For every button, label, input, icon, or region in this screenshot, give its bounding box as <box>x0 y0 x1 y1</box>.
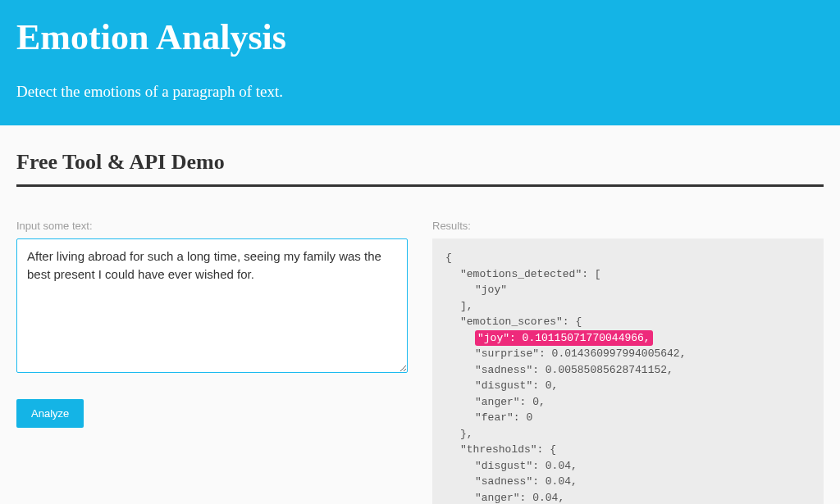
results-label: Results: <box>432 220 824 232</box>
section-title: Free Tool & API Demo <box>16 150 824 187</box>
hero-banner: Emotion Analysis Detect the emotions of … <box>0 0 840 125</box>
json-line: "fear": 0 <box>445 410 810 426</box>
json-line: "emotions_detected": [ <box>445 266 810 283</box>
json-line: "anger": 0, <box>445 394 810 411</box>
content-area: Free Tool & API Demo Input some text: An… <box>0 125 840 504</box>
analyze-button[interactable]: Analyze <box>16 399 84 428</box>
input-column: Input some text: Analyze <box>16 220 408 504</box>
json-line: ], <box>445 298 810 315</box>
json-line: "anger": 0.04, <box>445 490 810 505</box>
page-title: Emotion Analysis <box>16 16 824 58</box>
text-input[interactable] <box>16 238 408 373</box>
highlighted-score: "joy": 0.10115071770044966, <box>475 330 653 347</box>
json-line: "disgust": 0, <box>445 378 810 394</box>
json-line: }, <box>445 426 810 443</box>
columns: Input some text: Analyze Results: { "emo… <box>16 220 824 504</box>
json-line: "thresholds": { <box>445 442 810 458</box>
results-output: { "emotions_detected": [ "joy" ], "emoti… <box>432 238 824 504</box>
json-line: "disgust": 0.04, <box>445 458 810 474</box>
page-subtitle: Detect the emotions of a paragraph of te… <box>16 83 824 101</box>
json-line: { <box>445 250 810 266</box>
json-line: "surprise": 0.014360997994005642, <box>445 346 810 362</box>
json-line: "sadness": 0.04, <box>445 474 810 490</box>
json-line: "sadness": 0.00585085628741152, <box>445 362 810 379</box>
json-line: "joy" <box>445 282 810 298</box>
json-line: "emotion_scores": { <box>445 314 810 330</box>
json-line-highlight: "joy": 0.10115071770044966, <box>445 330 810 347</box>
results-column: Results: { "emotions_detected": [ "joy" … <box>432 220 824 504</box>
input-label: Input some text: <box>16 220 408 232</box>
